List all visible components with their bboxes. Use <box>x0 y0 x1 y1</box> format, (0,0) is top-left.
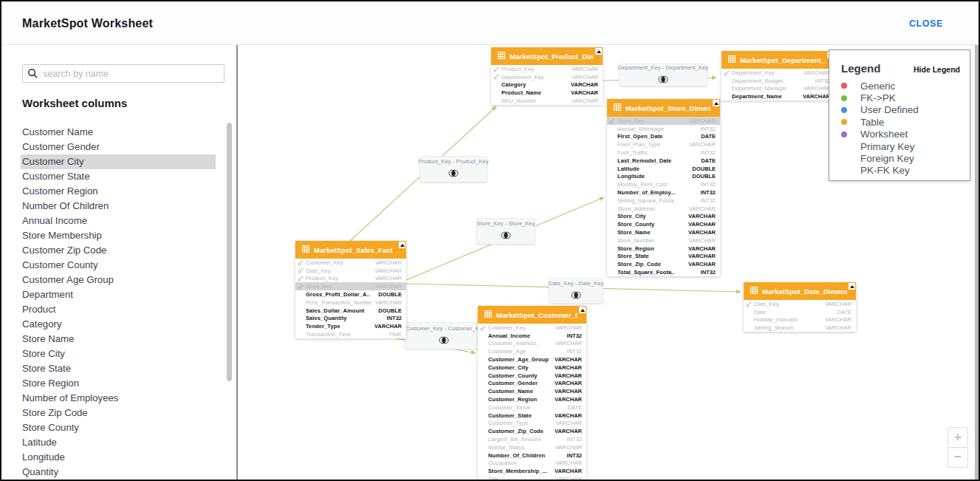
table-column-row[interactable]: Gross_Profit_Dollar_A..DOUBLE <box>295 290 406 299</box>
table-column-row[interactable]: Department_KeyVARCHAR <box>491 73 603 81</box>
table-header[interactable]: MarketSpot_Sales_Fact <box>295 241 406 259</box>
table-column-row[interactable]: Product_KeyVARCHAR <box>491 65 603 73</box>
table-column-row[interactable]: Customer_TypeVARCHAR <box>478 420 586 428</box>
schema-table-marketspot-customer-di-[interactable]: MarketSpot_Customer_Di...Customer_KeyVAR… <box>478 306 586 480</box>
collapse-caret-icon[interactable] <box>399 242 405 248</box>
canvas-scrollbar[interactable] <box>975 45 979 480</box>
schema-table-marketspot-store-dimen-[interactable]: MarketSpot_Store_Dimen...Store_KeyVARCHA… <box>607 99 720 276</box>
sidebar-item-store-county[interactable]: Store County <box>21 420 216 435</box>
table-column-row[interactable]: Tender_TypeVARCHAR <box>295 322 406 330</box>
table-column-row[interactable]: Product_NameVARCHAR <box>491 89 603 97</box>
table-column-row[interactable]: Store_KeyVARCHAR <box>295 282 406 290</box>
table-column-row[interactable]: Store_KeyVARCHAR <box>607 117 720 125</box>
table-column-row[interactable]: Department_KeyVARCHAR <box>722 69 835 77</box>
join-label[interactable]: Store_Key - Store_Key <box>476 218 535 245</box>
table-column-row[interactable]: Store_Membership_...VARCHAR <box>478 467 586 475</box>
table-column-row[interactable]: Store_StateVARCHAR <box>607 253 720 261</box>
table-column-row[interactable]: Customer_RegionVARCHAR <box>478 395 586 403</box>
sidebar-item-customer-gender[interactable]: Customer Gender <box>21 140 216 154</box>
table-column-row[interactable]: Customer_AgeINT32 <box>478 347 586 355</box>
sidebar-item-store-region[interactable]: Store Region <box>21 376 216 391</box>
join-label[interactable]: Date_Key - Date_Key <box>549 278 603 304</box>
table-column-row[interactable]: TitleVARCHAR <box>478 475 586 480</box>
sidebar-item-store-name[interactable]: Store Name <box>21 332 216 347</box>
table-column-row[interactable]: Monthly_Rent_CostINT32 <box>607 180 720 188</box>
sidebar-item-store-city[interactable]: Store City <box>21 347 216 361</box>
table-column-row[interactable]: Transaction_TimeTIME <box>295 330 406 338</box>
search-box[interactable] <box>22 64 225 83</box>
sidebar-item-product[interactable]: Product <box>21 302 216 317</box>
table-header[interactable]: MarketSpot_Store_Dimen... <box>607 99 720 117</box>
table-column-row[interactable]: First_Open_DateDATE <box>607 133 720 141</box>
sidebar-item-customer-city[interactable]: Customer City <box>21 154 216 169</box>
table-column-row[interactable]: Store_RegionVARCHAR <box>607 245 720 253</box>
join-label[interactable]: Department_Key - Department_Key <box>619 64 707 86</box>
search-input[interactable] <box>43 69 219 79</box>
table-column-row[interactable]: Customer_CityVARCHAR <box>478 364 586 372</box>
sidebar-item-longitude[interactable]: Longitude <box>21 450 216 465</box>
table-column-row[interactable]: Total_Square_Foota..INT32 <box>607 268 720 276</box>
table-column-row[interactable]: Customer_AddressVARCHAR <box>478 340 586 348</box>
table-column-row[interactable]: Number_of_Employ...INT32 <box>607 188 720 197</box>
table-column-row[interactable]: Customer_KeyVARCHAR <box>295 259 406 267</box>
zoom-in-button[interactable]: + <box>948 427 968 448</box>
table-header[interactable]: MarketSpot_Product_Dim... <box>491 47 603 65</box>
sidebar-item-latitude[interactable]: Latitude <box>21 435 216 450</box>
sidebar-item-customer-age-group[interactable]: Customer Age Group <box>21 273 216 287</box>
table-column-row[interactable]: Store_AddressVARCHAR <box>607 205 720 213</box>
table-column-row[interactable]: Department_BudgetINT32 <box>722 77 835 85</box>
collapse-caret-icon[interactable] <box>579 307 586 313</box>
sidebar-item-department[interactable]: Department <box>21 287 216 302</box>
collapse-caret-icon[interactable] <box>849 283 855 290</box>
table-column-row[interactable]: Customer_Age_GroupVARCHAR <box>478 355 586 364</box>
table-column-row[interactable]: Department_NameVARCHAR <box>722 92 835 100</box>
table-header[interactable]: MarketSpot_Date_Dimens... <box>744 282 856 300</box>
schema-table-marketspot-product-dim-[interactable]: MarketSpot_Product_Dim...Product_KeyVARC… <box>491 47 603 105</box>
sidebar-item-customer-state[interactable]: Customer State <box>21 169 216 184</box>
table-column-row[interactable]: Store_NameVARCHAR <box>607 228 720 236</box>
table-column-row[interactable]: Foot_TrafficINT32 <box>607 149 720 157</box>
table-column-row[interactable]: SKU_NumberVARCHAR <box>491 97 603 105</box>
table-column-row[interactable]: Holiday_IndicatorVARCHAR <box>744 316 856 324</box>
table-header[interactable]: MarketSpot_Customer_Di... <box>478 306 586 324</box>
table-column-row[interactable]: Customer_StateVARCHAR <box>478 412 586 420</box>
schema-canvas[interactable]: Department_Key - Department_KeyProduct_K… <box>238 45 979 480</box>
table-column-row[interactable]: DateDATE <box>744 308 856 316</box>
table-header[interactable]: MarketSpot_Department_... <box>722 51 835 69</box>
table-column-row[interactable]: Selling_Square_Foota..INT32 <box>607 197 720 205</box>
table-column-row[interactable]: Product_KeyVARCHAR <box>295 275 406 283</box>
sidebar-item-number-of-children[interactable]: Number Of Children <box>21 199 216 214</box>
table-column-row[interactable]: Selling_SeasonVARCHAR <box>744 324 856 332</box>
join-label[interactable]: Customer_Key - Customer_Ke <box>405 322 483 349</box>
sidebar-item-number-of-employees[interactable]: Number of Employees <box>21 391 216 406</box>
sidebar-item-quantity[interactable]: Quantity <box>21 465 216 480</box>
sidebar-item-store-zip-code[interactable]: Store Zip Code <box>21 406 216 420</box>
collapse-caret-icon[interactable] <box>595 48 602 55</box>
table-column-row[interactable]: Customer_CountyVARCHAR <box>478 372 586 380</box>
table-column-row[interactable]: Sales_Dollar_AmountDOUBLE <box>295 307 406 315</box>
table-column-row[interactable]: Marital_StatusVARCHAR <box>478 443 586 451</box>
sidebar-item-category[interactable]: Category <box>21 317 216 332</box>
table-column-row[interactable]: LatitudeDOUBLE <box>607 165 720 173</box>
schema-table-marketspot-department-[interactable]: MarketSpot_Department_...Department_KeyV… <box>722 51 835 100</box>
table-column-row[interactable]: Customer_NameVARCHAR <box>478 387 586 395</box>
table-column-row[interactable]: Last_Remodel_DateDATE <box>607 157 720 165</box>
table-column-row[interactable]: OccupationVARCHAR <box>478 460 586 468</box>
table-column-row[interactable]: POS_Transaction_NumbeVARCHAR <box>295 299 406 307</box>
table-column-row[interactable]: CategoryVARCHAR <box>491 81 603 89</box>
table-column-row[interactable]: Customer_GenderVARCHAR <box>478 380 586 388</box>
sidebar-item-customer-zip-code[interactable]: Customer Zip Code <box>21 243 216 258</box>
table-column-row[interactable]: Store_CityVARCHAR <box>607 213 720 221</box>
close-button[interactable]: CLOSE <box>909 18 943 29</box>
table-column-row[interactable]: Floor_Plan_TypeVARCHAR <box>607 140 720 149</box>
table-column-row[interactable]: Customer_SinceDATE <box>478 403 586 412</box>
table-column-row[interactable]: Date_KeyVARCHAR <box>744 300 856 308</box>
collapse-caret-icon[interactable] <box>713 100 719 106</box>
hide-legend-button[interactable]: Hide Legend <box>914 65 960 74</box>
schema-table-marketspot-sales-fact[interactable]: MarketSpot_Sales_FactCustomer_KeyVARCHAR… <box>295 241 406 338</box>
sidebar-item-store-state[interactable]: Store State <box>21 361 216 376</box>
table-column-row[interactable]: Sales_QuantityINT32 <box>295 315 406 323</box>
sidebar-scrollbar[interactable] <box>227 123 232 381</box>
table-column-row[interactable]: Store_NumberVARCHAR <box>607 236 720 245</box>
sidebar-item-customer-region[interactable]: Customer Region <box>21 184 216 199</box>
